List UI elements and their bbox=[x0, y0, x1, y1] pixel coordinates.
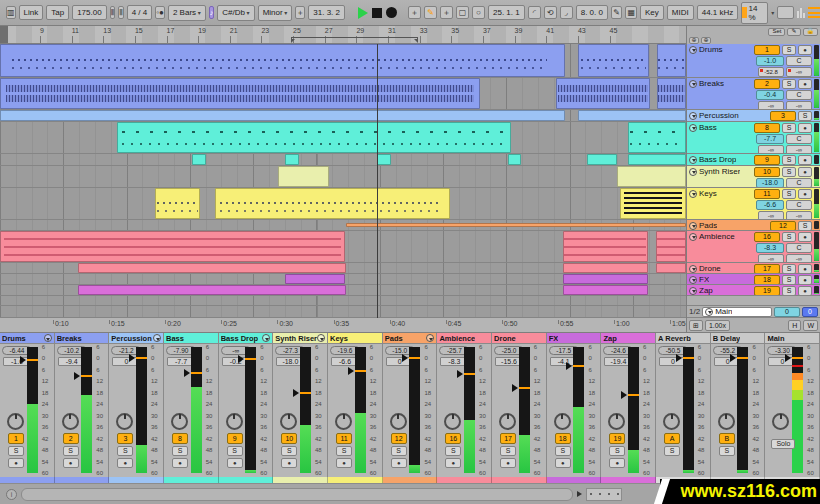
solo-button[interactable]: S bbox=[782, 232, 796, 242]
scale-root-menu[interactable]: C#/Db bbox=[217, 5, 254, 21]
clip-bass-drop[interactable] bbox=[285, 154, 299, 165]
arm-button[interactable]: ● bbox=[798, 232, 812, 242]
volume-fader[interactable] bbox=[27, 347, 38, 473]
track-pan-field[interactable]: C bbox=[786, 90, 812, 100]
track-number-button[interactable]: 18 bbox=[754, 275, 780, 285]
track-pan-field[interactable]: C bbox=[786, 178, 812, 188]
solo-button[interactable]: S bbox=[782, 286, 796, 296]
track-lane-bass[interactable] bbox=[0, 122, 686, 154]
clip-drums[interactable] bbox=[578, 44, 649, 77]
track-number-button[interactable]: 12 bbox=[770, 221, 796, 231]
track-volume-field[interactable]: -6.6 bbox=[756, 200, 784, 210]
fader-handle[interactable] bbox=[676, 354, 682, 362]
midi-arm-icon[interactable]: ♪ bbox=[209, 6, 215, 19]
main-solo-button[interactable]: Solo bbox=[771, 439, 795, 449]
pan-knob[interactable] bbox=[335, 413, 352, 430]
mixer-strip-header[interactable]: B Delay bbox=[711, 333, 765, 344]
volume-fader[interactable] bbox=[792, 347, 803, 473]
mixer-strip-header[interactable]: Bass bbox=[164, 333, 218, 344]
mixer-arm-button[interactable]: ● bbox=[336, 458, 352, 468]
clip-bass[interactable] bbox=[117, 122, 511, 153]
clip-drone[interactable] bbox=[78, 263, 346, 273]
main-track-lane[interactable] bbox=[0, 306, 686, 318]
zoom-level-field[interactable]: 1.00x bbox=[705, 320, 730, 331]
volume-fader[interactable] bbox=[628, 347, 639, 473]
mixer-track-number-button[interactable]: 12 bbox=[391, 433, 407, 444]
add-track-button[interactable]: ⊕ bbox=[689, 37, 699, 44]
overdub-button[interactable]: ＋ bbox=[408, 6, 421, 19]
clip-bass-drop[interactable] bbox=[508, 154, 522, 165]
arrangement-position-field[interactable]: 31. 3. 2 bbox=[308, 5, 345, 20]
track-fold-arrow[interactable] bbox=[689, 190, 697, 198]
arm-button[interactable]: ● bbox=[798, 123, 812, 133]
arm-button[interactable]: ● bbox=[798, 79, 812, 89]
clip-bass-drop[interactable] bbox=[377, 154, 391, 165]
track-fold-arrow[interactable] bbox=[689, 276, 697, 284]
clip-drone[interactable] bbox=[656, 263, 686, 273]
loop-start-field[interactable]: 25. 1. 1 bbox=[488, 5, 525, 20]
track-header-bass[interactable]: Bass8S●-7.7C-∞-∞ bbox=[687, 122, 820, 154]
clip-fx[interactable] bbox=[285, 274, 345, 284]
solo-button[interactable]: S bbox=[782, 275, 796, 285]
mixer-strip-header[interactable]: Percussion bbox=[109, 333, 163, 344]
fader-handle[interactable] bbox=[402, 354, 408, 362]
mixer-strip-header[interactable]: Keys bbox=[328, 333, 382, 344]
volume-fader[interactable] bbox=[81, 347, 92, 473]
tap-tempo-button[interactable]: Tap bbox=[46, 5, 69, 20]
clip-breaks[interactable] bbox=[556, 78, 650, 109]
track-header-breaks[interactable]: Breaks2S●-0.4C-∞-∞ bbox=[687, 78, 820, 110]
mixer-arm-button[interactable]: ● bbox=[117, 458, 133, 468]
volume-fader[interactable] bbox=[464, 347, 475, 473]
pan-knob[interactable] bbox=[663, 413, 680, 430]
track-header-zap[interactable]: Zap19S● bbox=[687, 285, 820, 296]
track-header-ambience[interactable]: Ambience16S●-8.3C-∞-∞ bbox=[687, 231, 820, 263]
scale-name-menu[interactable]: Minor bbox=[258, 5, 293, 21]
mixer-track-number-button[interactable]: 3 bbox=[117, 433, 133, 444]
mixer-solo-button[interactable]: S bbox=[500, 446, 516, 456]
track-lane-pads[interactable] bbox=[0, 220, 686, 231]
fader-handle[interactable] bbox=[129, 354, 135, 362]
mixer-solo-button[interactable]: S bbox=[117, 446, 133, 456]
mixer-solo-button[interactable]: S bbox=[391, 446, 407, 456]
track-lane-synth-riser[interactable] bbox=[0, 166, 686, 188]
clip-ambience[interactable] bbox=[0, 231, 345, 262]
mixer-solo-button[interactable]: S bbox=[172, 446, 188, 456]
loop-length-field[interactable]: 8. 0. 0 bbox=[576, 5, 608, 20]
height-button[interactable]: H bbox=[788, 320, 801, 331]
automation-mode-button[interactable]: ＋ bbox=[440, 6, 453, 19]
mixer-arm-button[interactable]: ● bbox=[172, 458, 188, 468]
track-volume-field[interactable]: -7.7 bbox=[756, 134, 784, 144]
lock-icon[interactable]: 🔒 bbox=[803, 28, 819, 36]
mixer-strip-header[interactable]: Drums bbox=[0, 333, 54, 344]
marquee-icon[interactable]: ▢ bbox=[456, 6, 469, 19]
clip-synth-riser[interactable] bbox=[278, 166, 329, 187]
mixer-solo-button[interactable]: S bbox=[609, 446, 625, 456]
mixer-solo-button[interactable]: S bbox=[8, 446, 24, 456]
volume-fader[interactable] bbox=[191, 347, 202, 473]
clip-fx[interactable] bbox=[563, 274, 648, 284]
clip-drums[interactable] bbox=[0, 44, 565, 77]
track-pan-field[interactable]: C bbox=[786, 200, 812, 210]
mixer-arm-button[interactable]: ● bbox=[227, 458, 243, 468]
track-number-button[interactable]: 9 bbox=[754, 155, 780, 165]
track-header-pads[interactable]: Pads12S bbox=[687, 220, 820, 231]
nudge-up-button[interactable]: ⦀ bbox=[118, 6, 124, 19]
key-map-button[interactable]: Key bbox=[640, 5, 664, 20]
pan-knob[interactable] bbox=[226, 413, 243, 430]
track-fold-arrow[interactable] bbox=[689, 287, 697, 295]
pan-knob[interactable] bbox=[444, 413, 461, 430]
pan-knob[interactable] bbox=[772, 413, 789, 430]
mixer-arm-button[interactable]: ● bbox=[281, 458, 297, 468]
arm-button[interactable]: ● bbox=[798, 264, 812, 274]
tempo-field[interactable]: 175.00 bbox=[72, 5, 106, 20]
hamburger-menu-icon[interactable] bbox=[808, 7, 820, 18]
mixer-strip-header[interactable]: Main bbox=[765, 333, 819, 344]
fader-handle[interactable] bbox=[293, 389, 299, 397]
follow-button[interactable]: ＋ bbox=[295, 6, 305, 19]
volume-fader[interactable] bbox=[573, 347, 584, 473]
clip-bass-drop[interactable] bbox=[192, 154, 206, 165]
track-fold-arrow[interactable] bbox=[689, 233, 697, 241]
pan-knob[interactable] bbox=[608, 413, 625, 430]
clip-percussion[interactable] bbox=[0, 110, 565, 121]
volume-fader[interactable] bbox=[355, 347, 366, 473]
